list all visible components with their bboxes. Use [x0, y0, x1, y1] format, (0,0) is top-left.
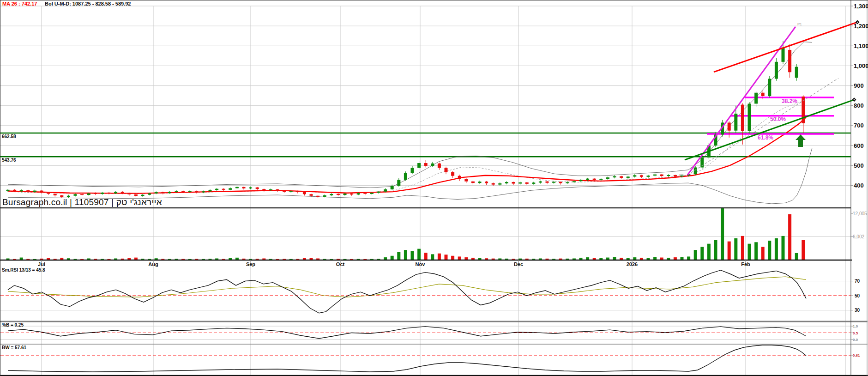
svg-text:61.8%: 61.8%	[758, 134, 773, 141]
chart-window: 38.2%50.0%61.8%P1P01,3001,2001,1001,0009…	[0, 0, 868, 376]
svg-text:Oct: Oct	[336, 261, 345, 267]
bandwidth-indicator-label: BW = 57.61	[2, 345, 26, 350]
svg-text:6,002: 6,002	[853, 234, 864, 239]
svg-text:500: 500	[854, 162, 864, 169]
svg-text:900: 900	[854, 82, 864, 89]
svg-text:0.61: 0.61	[853, 353, 860, 358]
rsi-indicator-label: Sm.RSI 13/13 = 45.8	[2, 267, 45, 273]
svg-text:0.5: 0.5	[853, 331, 858, 335]
chart-canvas[interactable]: 38.2%50.0%61.8%P1P01,3001,2001,1001,0009…	[0, 0, 868, 376]
svg-text:P0: P0	[679, 173, 684, 177]
svg-text:1,100: 1,100	[854, 42, 868, 49]
percent-b-indicator-label: %B = 0.25	[2, 322, 24, 327]
svg-text:P1: P1	[797, 22, 802, 26]
svg-text:1,000: 1,000	[854, 62, 868, 69]
watermark-title: Bursagraph.co.il | 1105907 | אייראנג'י ט…	[2, 198, 162, 207]
svg-text:38.2%: 38.2%	[782, 98, 797, 104]
svg-text:12,005: 12,005	[853, 211, 867, 216]
svg-text:Dec: Dec	[514, 261, 523, 267]
svg-text:50.0%: 50.0%	[770, 116, 786, 122]
svg-text:30: 30	[855, 308, 860, 313]
bollinger-header-label: Bol U-M-D: 1087.25 - 828.58 - 589.92	[45, 1, 131, 6]
svg-text:1.0: 1.0	[853, 324, 858, 328]
ma26-header-label: MA 26 : 742.17	[2, 1, 37, 6]
svg-text:70: 70	[855, 279, 860, 284]
bandwidth-axis-labels: 0.61	[851, 353, 860, 358]
support-line-2-label: 543.76	[2, 158, 16, 163]
svg-text:Sep: Sep	[246, 261, 255, 267]
svg-text:Nov: Nov	[416, 261, 426, 267]
svg-text:2026: 2026	[627, 261, 638, 267]
svg-text:1,200: 1,200	[854, 23, 868, 30]
svg-text:50: 50	[855, 293, 860, 298]
svg-text:Feb: Feb	[741, 261, 750, 267]
svg-text:400: 400	[854, 182, 864, 189]
support-line-1-label: 662.58	[2, 134, 16, 139]
svg-text:Jul: Jul	[38, 261, 45, 267]
svg-text:800: 800	[854, 102, 864, 109]
svg-text:Aug: Aug	[148, 261, 158, 267]
svg-text:0.0: 0.0	[853, 338, 858, 342]
svg-text:700: 700	[854, 122, 864, 129]
svg-text:600: 600	[854, 142, 864, 149]
svg-text:1,300: 1,300	[854, 3, 868, 10]
